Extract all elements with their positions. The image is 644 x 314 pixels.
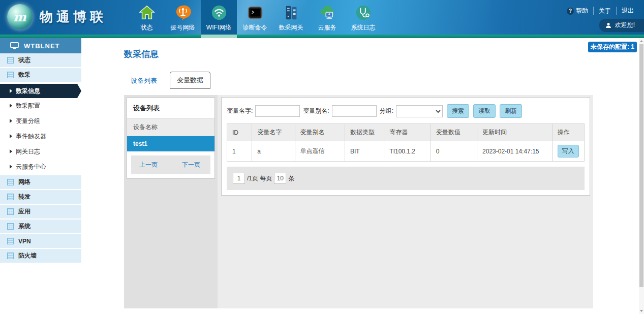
table-pagination: /1页 每页 条 — [227, 167, 585, 190]
nav-label: 云服务 — [318, 23, 336, 32]
grid-icon — [7, 179, 14, 185]
logout-link[interactable]: 退出 — [616, 7, 639, 15]
submenu-item-data-config[interactable]: 数采配置 — [0, 98, 81, 113]
cloud-icon — [318, 4, 336, 22]
col-variable-value: 变量数值 — [431, 124, 477, 141]
vertical-scrollbar[interactable] — [639, 38, 644, 314]
nav-label: 数采网关 — [279, 23, 303, 32]
scrollbar-thumb[interactable] — [639, 44, 643, 287]
arrow-right-icon — [10, 104, 12, 108]
arrow-right-icon — [10, 149, 12, 153]
user-icon — [605, 22, 611, 28]
nav-dial-network[interactable]: 拨号网络 — [165, 0, 201, 35]
submenu-item-gateway-log[interactable]: 网关日志 — [0, 144, 81, 159]
table-row: 1 a 单点遥信 BIT TI100.1.2 0 2023-02-01 14:4… — [227, 141, 585, 162]
device-panel-title: 设备列表 — [127, 98, 214, 119]
device-list-column: 设备列表 设备名称 test1 上一页 下一页 — [124, 95, 218, 308]
arrow-right-icon — [10, 165, 12, 169]
help-link[interactable]: ? 帮助 — [562, 7, 593, 15]
nav-label: 状态 — [141, 23, 153, 32]
unit-label: 条 — [288, 174, 294, 183]
terminal-icon — [246, 4, 264, 22]
arrow-right-icon — [10, 89, 12, 93]
top-links: ? 帮助 关于 退出 — [562, 7, 639, 15]
sidebar-title-label: WTBLNET — [24, 42, 60, 50]
submenu-item-cloud-center[interactable]: 云服务中心 — [0, 159, 81, 174]
nav-data-gateway[interactable]: 数采网关 — [273, 0, 309, 35]
variable-alias-label: 变量别名: — [303, 107, 329, 115]
grid-icon — [7, 238, 14, 244]
table-header-row: ID 变量名字 变量别名 数据类型 寄存器 变量数值 更新时间 操作 — [227, 124, 585, 141]
cell-id: 1 — [227, 141, 252, 162]
variable-data-panel: 变量名字: 变量别名: 分组: 搜索 读取 刷新 — [221, 97, 590, 196]
arrow-right-icon — [10, 134, 12, 138]
variable-alias-input[interactable] — [332, 105, 377, 117]
scroll-up-icon[interactable] — [640, 40, 643, 42]
nav-wifi-network[interactable]: WIFI网络 — [201, 0, 237, 35]
submenu-item-variable-group[interactable]: 变量分组 — [0, 113, 81, 129]
sidebar-item-firewall[interactable]: 防火墙 — [0, 249, 81, 263]
pages-label: /1页 每页 — [247, 174, 272, 183]
tab-content: 设备列表 设备名称 test1 上一页 下一页 变量名字: 变量别名: — [124, 95, 593, 308]
nav-label: 系统日志 — [351, 23, 376, 32]
col-data-type: 数据类型 — [345, 124, 384, 141]
sidebar-item-data-acquisition[interactable]: 数采 — [0, 68, 81, 82]
submenu-item-label: 云服务中心 — [16, 163, 46, 171]
grid-icon — [7, 72, 14, 78]
tab-device-list[interactable]: 设备列表 — [124, 73, 164, 89]
sidebar-item-status[interactable]: 状态 — [0, 53, 81, 67]
logout-label: 退出 — [622, 7, 634, 15]
search-button[interactable]: 搜索 — [447, 104, 469, 118]
nav-status[interactable]: 状态 — [129, 0, 165, 35]
nav-cloud-service[interactable]: 云服务 — [309, 0, 345, 35]
next-page-link[interactable]: 下一页 — [179, 161, 203, 169]
about-link[interactable]: 关于 — [593, 7, 616, 15]
read-button[interactable]: 读取 — [473, 104, 496, 118]
page-size-input[interactable] — [274, 173, 286, 184]
grid-icon — [7, 57, 14, 64]
nav-label: WIFI网络 — [206, 23, 231, 32]
sidebar-item-application[interactable]: 应用 — [0, 205, 81, 218]
main-content: 未保存的配置: 1 数采信息 设备列表 变量数据 设备列表 设备名称 test1… — [81, 38, 644, 314]
device-row-test1[interactable]: test1 — [127, 136, 214, 151]
submenu-item-label: 事件触发器 — [16, 132, 46, 141]
col-id: ID — [227, 124, 252, 141]
grid-icon — [7, 223, 14, 230]
wifi-icon — [210, 4, 228, 22]
logo-globe-icon: m — [7, 4, 33, 29]
refresh-button[interactable]: 刷新 — [500, 104, 522, 118]
device-name-column-header: 设备名称 — [127, 119, 214, 136]
nav-label: 诊断命令 — [243, 23, 267, 32]
search-form: 变量名字: 变量别名: 分组: 搜索 读取 刷新 — [227, 102, 585, 123]
sidebar-submenu: 数采信息 数采配置 变量分组 事件触发器 网关日志 云服务中心 — [0, 83, 81, 175]
sidebar-item-label: 防火墙 — [18, 252, 37, 260]
nav-system-log[interactable]: 系统日志 — [345, 0, 381, 35]
arrow-right-icon — [10, 119, 12, 123]
variable-name-input[interactable] — [255, 105, 300, 117]
sidebar-item-forwarding[interactable]: 转发 — [0, 190, 81, 204]
submenu-item-data-info[interactable]: 数采信息 — [0, 84, 81, 98]
welcome-user-pill[interactable]: 欢迎您! — [599, 19, 644, 32]
prev-page-link[interactable]: 上一页 — [136, 161, 161, 169]
top-header: m 物通博联 状态 拨号网络 — [0, 0, 644, 35]
group-label: 分组: — [380, 107, 393, 115]
col-variable-name: 变量名字 — [252, 124, 295, 141]
sidebar-item-system[interactable]: 系统 — [0, 219, 81, 233]
sidebar-item-vpn[interactable]: VPN — [0, 234, 81, 248]
submenu-item-label: 数采配置 — [16, 102, 40, 110]
scroll-down-icon[interactable] — [640, 310, 643, 312]
group-select[interactable] — [396, 105, 443, 117]
page-number-input[interactable] — [233, 173, 245, 184]
submenu-item-event-trigger[interactable]: 事件触发器 — [0, 129, 81, 144]
sidebar: WTBLNET 状态 数采 数采信息 数采配置 变量分组 — [0, 38, 81, 314]
welcome-label: 欢迎您! — [615, 21, 635, 29]
submenu-item-label: 变量分组 — [16, 117, 40, 125]
sidebar-item-label: 系统 — [18, 222, 30, 231]
stethoscope-icon — [354, 4, 373, 22]
nav-diagnostic-command[interactable]: 诊断命令 — [237, 0, 273, 35]
cell-register: TI100.1.2 — [384, 141, 431, 162]
cell-update-time: 2023-02-01 14:47:15 — [477, 141, 553, 162]
write-button[interactable]: 写入 — [558, 145, 579, 158]
tab-variable-data[interactable]: 变量数据 — [170, 72, 210, 89]
sidebar-item-network[interactable]: 网络 — [0, 175, 81, 189]
